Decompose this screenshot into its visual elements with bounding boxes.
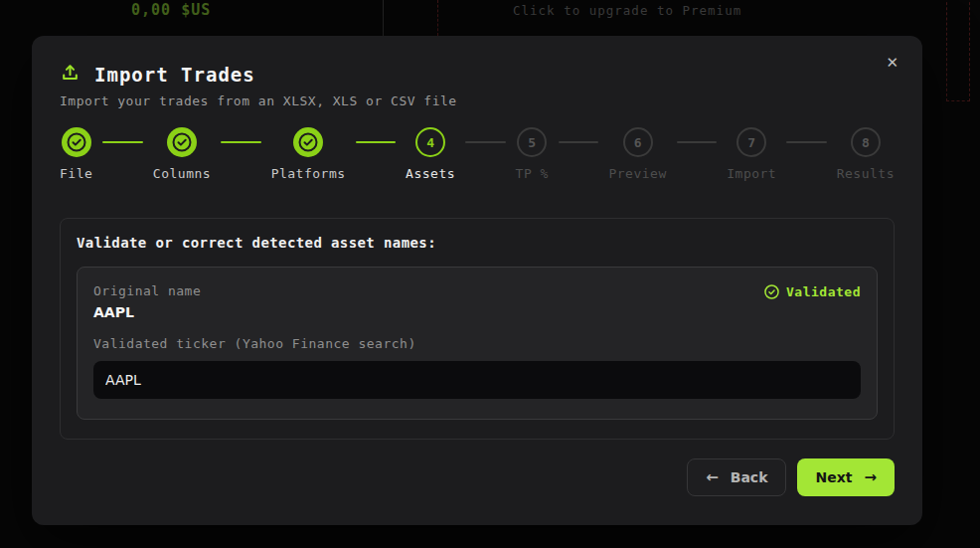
asset-row: Validated Original name AAPL Validated t… <box>77 267 878 420</box>
next-button-label: Next <box>815 469 852 485</box>
original-name-value: AAPL <box>93 304 861 320</box>
step-label: Preview <box>608 166 666 181</box>
step-file: File <box>60 127 92 181</box>
step-connector <box>786 141 827 143</box>
step-number: 4 <box>415 127 445 157</box>
step-results: 8 Results <box>837 127 895 181</box>
step-connector <box>356 141 397 143</box>
validated-check-icon <box>764 284 779 299</box>
step-connector <box>677 141 718 143</box>
step-connector <box>221 141 261 143</box>
step-tp: 5 TP % <box>516 127 549 181</box>
step-label: Columns <box>153 166 211 181</box>
ticker-label: Validated ticker (Yahoo Finance search) <box>93 336 861 351</box>
close-icon[interactable]: ✕ <box>882 52 902 75</box>
step-number: 6 <box>623 127 653 157</box>
check-circle-icon <box>293 127 323 157</box>
validation-card: Validate or correct detected asset names… <box>60 218 895 440</box>
status-badge: Validated <box>764 284 861 299</box>
step-connector <box>465 141 506 143</box>
arrow-left-icon: ← <box>706 468 719 486</box>
step-platforms: Platforms <box>271 127 346 181</box>
back-button[interactable]: ← Back <box>687 458 786 496</box>
upgrade-premium-link[interactable]: Click to upgrade to Premium <box>513 3 741 18</box>
step-label: Results <box>837 166 895 181</box>
import-trades-modal: ✕ Import Trades Import your trades from … <box>32 36 922 525</box>
step-label: Assets <box>406 166 455 181</box>
modal-header: Import Trades <box>60 62 895 87</box>
step-label: TP % <box>516 166 549 181</box>
step-number: 5 <box>517 127 547 157</box>
background-dashed-divider <box>437 0 438 36</box>
status-label: Validated <box>786 284 861 299</box>
step-label: Import <box>727 166 776 181</box>
original-name-label: Original name <box>93 283 861 298</box>
back-button-label: Back <box>731 469 768 485</box>
step-assets: 4 Assets <box>406 127 455 181</box>
step-connector <box>559 141 599 143</box>
modal-subtitle: Import your trades from an XLSX, XLS or … <box>60 93 895 108</box>
arrow-right-icon: → <box>864 468 877 486</box>
background-dashed-box <box>946 0 970 101</box>
step-import: 7 Import <box>727 127 776 181</box>
step-columns: Columns <box>153 127 211 181</box>
step-label: Platforms <box>271 166 346 181</box>
step-label: File <box>60 166 92 181</box>
step-preview: 6 Preview <box>608 127 666 181</box>
step-number: 7 <box>736 127 766 157</box>
step-number: 8 <box>851 127 881 157</box>
step-connector <box>102 141 143 143</box>
modal-footer: ← Back Next → <box>60 458 895 496</box>
account-balance: 0,00 $US <box>131 1 211 19</box>
import-stepper: File Columns Platforms <box>60 127 895 181</box>
background-divider <box>383 0 384 36</box>
section-title: Validate or correct detected asset names… <box>77 235 878 251</box>
check-circle-icon <box>62 127 91 157</box>
modal-title: Import Trades <box>94 64 255 86</box>
check-circle-icon <box>167 127 197 157</box>
next-button[interactable]: Next → <box>797 458 895 496</box>
upload-icon <box>60 62 81 87</box>
ticker-input[interactable] <box>93 361 861 399</box>
